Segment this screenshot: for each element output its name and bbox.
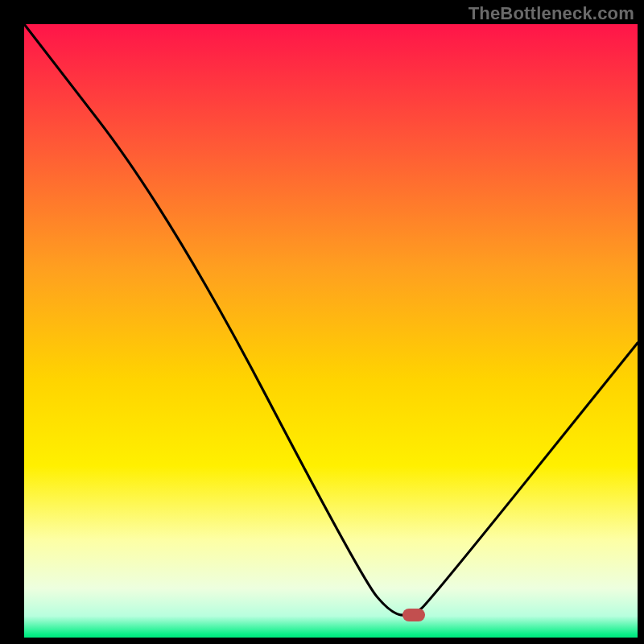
bottleneck-curve bbox=[24, 24, 638, 620]
plot-outer bbox=[24, 24, 638, 620]
curve-path bbox=[24, 24, 638, 615]
bottleneck-marker bbox=[402, 609, 425, 621]
plot-area bbox=[24, 24, 638, 620]
watermark-text: TheBottleneck.com bbox=[469, 3, 634, 24]
chart-frame: TheBottleneck.com bbox=[0, 0, 644, 644]
